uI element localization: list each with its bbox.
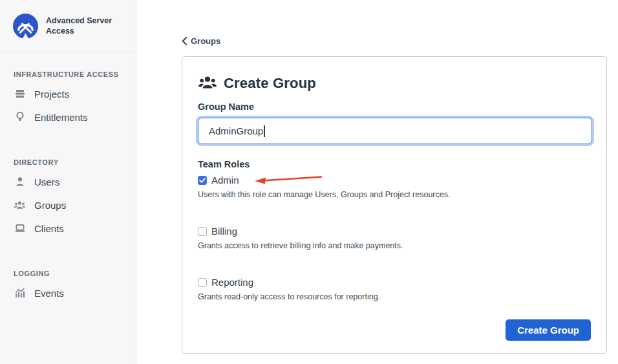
sidebar-item-label: Groups	[34, 200, 66, 211]
page-title: Create Group	[224, 75, 316, 92]
sidebar-item-label: Users	[34, 177, 59, 187]
laptop-icon	[14, 222, 26, 235]
brand-name: Advanced Server Access	[46, 16, 117, 37]
admin-checkbox[interactable]	[198, 176, 207, 185]
users-icon	[14, 199, 26, 211]
role-row-billing: Billing	[198, 226, 591, 237]
badge-icon	[14, 111, 26, 123]
create-group-button[interactable]: Create Group	[506, 319, 591, 341]
group-people-icon	[198, 74, 217, 92]
billing-checkbox[interactable]	[198, 227, 207, 236]
group-name-input[interactable]: AdminGroup	[198, 118, 592, 144]
back-link-label: Groups	[191, 36, 220, 46]
sidebar-item-label: Entitlements	[34, 112, 88, 123]
card-title: Create Group	[198, 74, 591, 92]
sidebar-item-groups[interactable]: Groups	[0, 193, 136, 217]
back-to-groups-link[interactable]: Groups	[182, 36, 220, 46]
chart-icon	[14, 287, 26, 299]
sidebar-nav: INFRASTRUCTURE ACCESS Projects	[0, 70, 136, 305]
sidebar-item-entitlements[interactable]: Entitlements	[0, 105, 136, 129]
chevron-left-icon	[182, 37, 187, 45]
create-group-card: Create Group Group Name AdminGroup Team …	[182, 56, 607, 354]
brand: Advanced Server Access	[0, 0, 136, 52]
user-icon	[14, 176, 26, 188]
stack-icon	[14, 88, 26, 100]
admin-role-description: Users with this role can manage Users, G…	[198, 190, 591, 199]
team-roles-label: Team Roles	[198, 159, 591, 169]
main-content: Groups Create Group Group Name	[136, 0, 618, 364]
section-header-infrastructure-access: INFRASTRUCTURE ACCESS	[14, 70, 136, 78]
sidebar-item-label: Events	[34, 288, 64, 299]
text-caret	[264, 125, 265, 137]
reporting-checkbox-label[interactable]: Reporting	[211, 277, 253, 288]
group-name-label: Group Name	[198, 102, 591, 112]
group-name-value: AdminGroup	[209, 125, 263, 136]
sidebar-item-users[interactable]: Users	[0, 170, 136, 193]
sidebar-item-label: Projects	[34, 89, 69, 100]
reporting-role-description: Grants read-only access to resources for…	[198, 292, 591, 301]
advanced-server-access-logo-icon	[13, 14, 38, 39]
section-header-directory: DIRECTORY	[14, 158, 136, 166]
billing-role-description: Grants access to retrieve billing info a…	[198, 241, 591, 250]
role-row-admin: Admin	[198, 175, 591, 186]
section-header-logging: LOGGING	[14, 270, 136, 277]
admin-checkbox-label[interactable]: Admin	[211, 175, 239, 186]
app-window: Advanced Server Access INFRASTRUCTURE AC…	[0, 0, 618, 364]
sidebar-item-clients[interactable]: Clients	[0, 217, 136, 240]
sidebar-item-projects[interactable]: Projects	[0, 82, 136, 105]
reporting-checkbox[interactable]	[198, 278, 207, 287]
billing-checkbox-label[interactable]: Billing	[211, 226, 237, 237]
sidebar-item-label: Clients	[34, 223, 64, 234]
role-row-reporting: Reporting	[198, 277, 591, 288]
sidebar-item-events[interactable]: Events	[0, 281, 136, 305]
sidebar: Advanced Server Access INFRASTRUCTURE AC…	[0, 0, 136, 364]
